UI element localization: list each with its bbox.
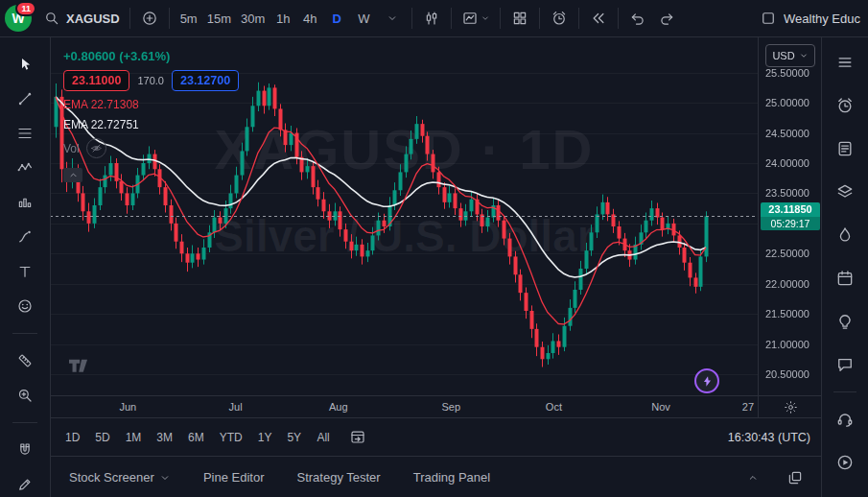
- sidebar-ideas-button[interactable]: [833, 309, 857, 334]
- symbol-search-button[interactable]: XAGUSD: [39, 5, 124, 32]
- sidebar-streams-button[interactable]: [833, 450, 857, 475]
- magnet-tool-button[interactable]: [11, 436, 39, 464]
- visibility-toggle[interactable]: [86, 138, 106, 158]
- pattern-tool-button[interactable]: [11, 154, 39, 182]
- cursor-tool-button[interactable]: [11, 50, 39, 79]
- ema-fast-legend[interactable]: EMA 22.71308: [63, 98, 139, 111]
- range-3m-button[interactable]: 3M: [151, 425, 178, 450]
- undo-button[interactable]: [624, 5, 651, 32]
- chevron-down-icon: [387, 12, 398, 24]
- indicator-templates-button[interactable]: [457, 5, 494, 32]
- goto-date-button[interactable]: [343, 425, 372, 450]
- price-label: 24.00000: [765, 157, 809, 169]
- bottom-panel: Stock ScreenerPine EditorStrategy Tester…: [50, 456, 822, 497]
- interval-W-button[interactable]: W: [350, 5, 377, 32]
- sidebar-chat-button[interactable]: [833, 352, 857, 377]
- alert-button[interactable]: [546, 5, 573, 32]
- divider: [578, 8, 579, 29]
- app-logo[interactable]: W 11: [5, 5, 32, 32]
- layout-grid-button[interactable]: [506, 5, 533, 32]
- interval-1h-button[interactable]: 1h: [270, 5, 296, 32]
- buy-button[interactable]: 23.12700: [172, 70, 239, 91]
- divider: [411, 8, 412, 29]
- clock-icon: [835, 96, 855, 115]
- sidebar-alerts-button[interactable]: [833, 93, 857, 118]
- compare-add-button[interactable]: [136, 5, 163, 32]
- sidebar-watchlist-button[interactable]: [833, 50, 857, 75]
- interval-D-button[interactable]: D: [323, 5, 350, 32]
- tab-trading-panel[interactable]: Trading Panel: [413, 470, 490, 485]
- sidebar-calendar-button[interactable]: [833, 266, 857, 291]
- chevron-up-icon: [68, 170, 79, 180]
- price-scale[interactable]: USD 25.5000025.0000024.5000024.0000023.5…: [758, 36, 822, 395]
- fib-tool-button[interactable]: [11, 119, 39, 148]
- tradingview-logo-icon[interactable]: [69, 359, 94, 380]
- trendline-icon: [16, 90, 34, 107]
- pattern-icon: [16, 159, 34, 177]
- tab-stock-screener[interactable]: Stock Screener: [69, 470, 171, 485]
- range-1d-button[interactable]: 1D: [59, 425, 85, 450]
- trendline-tool-button[interactable]: [11, 84, 39, 113]
- forecast-tool-button[interactable]: [11, 188, 39, 217]
- tab-strategy-tester[interactable]: Strategy Tester: [296, 470, 380, 485]
- ruler-tool-button[interactable]: [11, 346, 39, 375]
- legend-collapse-button[interactable]: [63, 168, 82, 182]
- interval-5m-button[interactable]: 5m: [176, 5, 202, 32]
- sidebar-help-button[interactable]: [833, 407, 857, 432]
- layout-save-button[interactable]: [755, 5, 782, 32]
- divider: [451, 8, 452, 29]
- divider: [169, 8, 170, 29]
- ema-slow-legend[interactable]: EMA 22.72751: [63, 118, 139, 131]
- range-5y-button[interactable]: 5Y: [281, 425, 307, 450]
- sidebar-news-button[interactable]: [833, 136, 857, 161]
- bottom-tabs: Stock ScreenerPine EditorStrategy Tester…: [69, 470, 490, 485]
- price-label: 22.00000: [765, 278, 809, 290]
- sell-button[interactable]: 23.11000: [63, 70, 129, 91]
- panel-expand-button[interactable]: [739, 464, 766, 491]
- range-5d-button[interactable]: 5D: [89, 425, 115, 450]
- divider: [500, 8, 501, 29]
- range-ytd-button[interactable]: YTD: [214, 425, 248, 450]
- interval-dropdown-button[interactable]: [379, 5, 406, 32]
- news-icon: [835, 139, 855, 158]
- price-label: 23.50000: [765, 187, 809, 199]
- divider: [129, 8, 130, 29]
- layout-name[interactable]: Wealthy Educ: [784, 12, 860, 26]
- redo-button[interactable]: [653, 5, 680, 32]
- range-1m-button[interactable]: 1M: [120, 425, 148, 450]
- range-6m-button[interactable]: 6M: [182, 425, 210, 450]
- sidebar-hotlists-button[interactable]: [833, 223, 857, 248]
- time-scale[interactable]: JunJulAugSepOctNov27: [50, 395, 759, 418]
- chart-area[interactable]: XAGUSD · 1D Silver / U.S. Dollar +0.8060…: [50, 36, 759, 395]
- compare-add-icon: [141, 10, 158, 27]
- interval-4h-button[interactable]: 4h: [296, 5, 323, 32]
- interval-30m-button[interactable]: 30m: [236, 5, 270, 32]
- range-1y-button[interactable]: 1Y: [252, 425, 278, 450]
- divider: [618, 8, 619, 29]
- spread-value: 170.0: [137, 75, 164, 86]
- server-clock[interactable]: 16:30:43 (UTC): [728, 431, 810, 444]
- tab-pine-editor[interactable]: Pine Editor: [203, 470, 265, 485]
- last-price-value: 23.11850: [761, 202, 820, 217]
- ruler-icon: [16, 352, 34, 369]
- zoom-tool-button[interactable]: [11, 381, 39, 410]
- pencil-icon: [16, 476, 34, 493]
- interval-15m-button[interactable]: 15m: [202, 5, 236, 32]
- alert-clock-icon: [551, 10, 568, 27]
- bar-countdown: 05:29:17: [761, 217, 820, 230]
- main-area: XAGUSD · 1D Silver / U.S. Dollar +0.8060…: [50, 36, 822, 497]
- replay-button[interactable]: [585, 5, 612, 32]
- currency-dropdown[interactable]: USD: [765, 44, 815, 67]
- sidebar-data-window-button[interactable]: [833, 179, 857, 204]
- chart-style-button[interactable]: [418, 5, 445, 32]
- range-all-button[interactable]: All: [311, 425, 336, 450]
- lightning-icon: [701, 375, 714, 388]
- plugin-badge-icon[interactable]: [694, 368, 719, 393]
- text-tool-button[interactable]: [11, 257, 39, 286]
- edit-tool-button[interactable]: [11, 470, 39, 497]
- brush-tool-button[interactable]: [11, 223, 39, 251]
- panel-restore-button[interactable]: [782, 464, 809, 491]
- volume-legend[interactable]: Vol: [63, 138, 106, 158]
- scale-settings-corner: [758, 395, 822, 418]
- emoji-tool-button[interactable]: [11, 292, 39, 320]
